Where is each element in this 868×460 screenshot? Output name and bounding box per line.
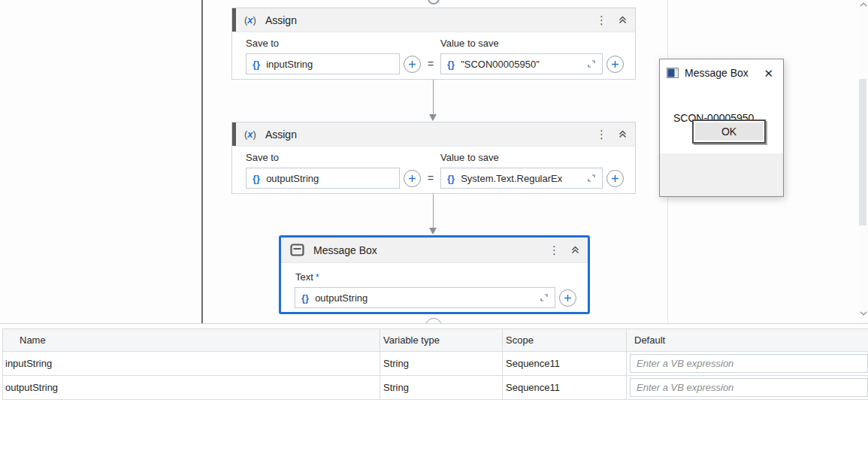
equals-sign: = [425,58,436,70]
braces-icon: {} [253,59,260,70]
add-plus-button[interactable] [404,56,421,73]
vertical-scrollbar[interactable] [858,0,868,323]
collapse-icon[interactable] [618,129,628,139]
default-value-input[interactable] [630,378,868,397]
kebab-menu-icon[interactable]: ⋮ [596,129,607,140]
column-header-default: Default [627,329,868,351]
value-to-save-field[interactable]: {} System.Text.RegularEx [440,168,603,189]
save-to-value: outputString [266,173,393,184]
value-to-save-label: Value to save [440,152,624,163]
activity-accent-bar [232,8,236,32]
text-value: outputString [315,292,534,304]
value-to-save-label: Value to save [440,38,624,49]
activity-assign-1-header[interactable]: x Assign ⋮ [232,8,635,32]
save-to-field-group: {} inputString [246,53,421,74]
collapse-icon[interactable] [570,245,580,255]
assign-variable-icon: x [244,14,256,26]
message-box-icon [290,244,304,256]
sequence-connector-node-top [428,0,440,5]
dialog-title: Message Box [685,67,749,79]
kebab-menu-icon[interactable]: ⋮ [596,14,607,26]
text-label: Text* [295,271,576,283]
save-to-label: Save to [246,38,421,49]
collapse-icon[interactable] [618,15,628,25]
scrollbar-thumb[interactable] [859,79,866,225]
dialog-footer: OK [660,153,783,196]
activity-assign-2-header[interactable]: x Assign ⋮ [232,123,635,147]
assign-variable-icon: x [244,129,256,140]
add-plus-button[interactable] [559,289,576,307]
save-to-value: inputString [266,59,393,70]
braces-icon: {} [253,173,260,184]
message-box-dialog[interactable]: Message Box ✕ SCON-00005950 OK [659,59,784,197]
variables-panel: Name Variable type Scope Default inputSt… [0,323,868,460]
sequence-left-border [201,0,203,323]
expand-editor-icon[interactable] [587,59,596,68]
value-to-save-value: System.Text.RegularEx [461,173,581,184]
default-value-input[interactable] [630,354,868,373]
variable-scope-cell[interactable]: Sequence11 [503,352,627,375]
activity-body: Save to Value to save {} inputString = [232,32,635,82]
value-to-save-value: "SCON00005950" [461,59,581,70]
variables-header-row: Name Variable type Scope Default [3,329,868,352]
activity-message-box-header[interactable]: Message Box ⋮ [281,238,588,263]
variable-scope-cell[interactable]: Sequence11 [503,376,627,399]
expand-editor-icon[interactable] [587,174,596,183]
text-field-group: {} outputString [295,287,576,308]
save-to-field-group: {} outputString [246,168,421,189]
variable-name-cell[interactable]: outputString [3,376,380,399]
save-to-label: Save to [246,152,421,163]
equals-sign: = [425,172,436,184]
close-icon[interactable]: ✕ [761,66,776,80]
flow-arrow [433,80,434,114]
activity-title: Assign [265,14,297,26]
scrollbar-down-icon[interactable] [859,311,867,316]
activity-accent-bar [232,123,236,146]
braces-icon: {} [447,59,455,70]
add-plus-button[interactable] [404,170,421,187]
uipath-designer-screen: x Assign ⋮ Save to Value to save {} inp [0,0,868,460]
variable-default-cell[interactable] [627,352,868,375]
save-to-field[interactable]: {} outputString [246,168,400,189]
add-plus-button[interactable] [606,170,624,187]
column-header-variable-type: Variable type [380,329,503,351]
variable-name-cell[interactable]: inputString [3,352,380,375]
workflow-canvas[interactable]: x Assign ⋮ Save to Value to save {} inp [0,0,868,323]
variable-default-cell[interactable] [627,376,868,399]
activity-body: Text* {} outputString [281,263,588,316]
column-header-name: Name [3,329,380,351]
value-field-group: {} System.Text.RegularEx [440,168,624,189]
column-header-scope: Scope [503,329,627,351]
value-to-save-field[interactable]: {} "SCON00005950" [440,53,603,74]
variable-row[interactable]: outputString String Sequence11 [3,376,868,400]
activity-assign-2[interactable]: x Assign ⋮ Save to Value to save {} out [231,122,636,194]
value-field-group: {} "SCON00005950" [440,53,624,74]
ok-button[interactable]: OK [692,120,766,144]
variable-type-cell[interactable]: String [380,352,503,375]
activity-title: Assign [265,129,297,141]
expand-editor-icon[interactable] [540,293,549,302]
variable-row[interactable]: inputString String Sequence11 [3,352,868,376]
activity-title: Message Box [313,244,377,256]
required-asterisk: * [316,271,319,283]
add-plus-button[interactable] [606,56,624,73]
activity-body: Save to Value to save {} outputString = [232,147,635,196]
braces-icon: {} [447,173,455,184]
variable-type-cell[interactable]: String [380,376,503,399]
save-to-field[interactable]: {} inputString [246,53,400,74]
kebab-menu-icon[interactable]: ⋮ [549,244,560,256]
text-field[interactable]: {} outputString [295,287,555,308]
variables-table: Name Variable type Scope Default inputSt… [2,328,868,400]
scrollbar-up-icon[interactable] [859,2,867,7]
add-activity-node[interactable] [425,318,442,323]
dialog-app-icon [667,68,679,78]
flow-arrow [433,194,434,228]
activity-message-box[interactable]: Message Box ⋮ Text* {} outputString [279,235,590,314]
activity-assign-1[interactable]: x Assign ⋮ Save to Value to save {} inp [231,8,636,80]
dialog-titlebar[interactable]: Message Box ✕ [660,59,783,86]
braces-icon: {} [301,292,309,304]
